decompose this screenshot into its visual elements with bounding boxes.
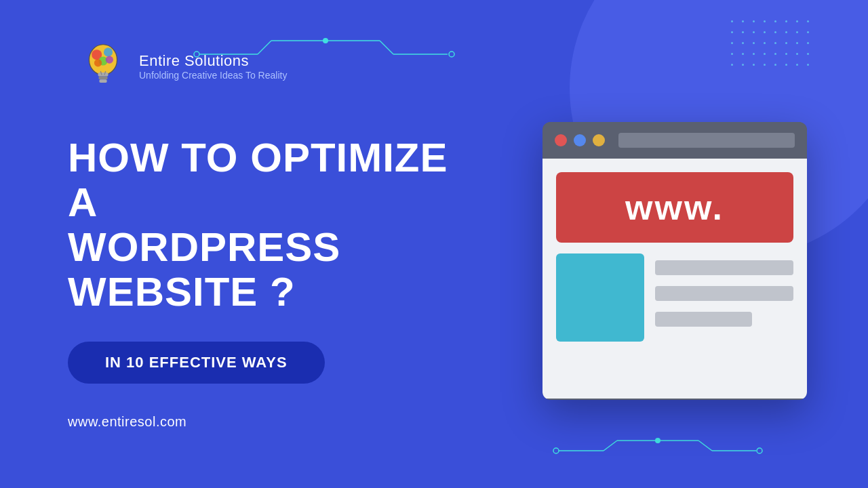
- browser-window: www.: [542, 122, 807, 400]
- browser-dot-blue: [574, 134, 586, 146]
- cta-button[interactable]: IN 10 EFFECTIVE WAYS: [68, 342, 325, 384]
- browser-addressbar: [618, 133, 795, 148]
- cta-label: IN 10 EFFECTIVE WAYS: [105, 354, 288, 371]
- browser-illustration: www.: [542, 122, 807, 400]
- browser-image-placeholder: [556, 253, 644, 342]
- browser-dot-yellow: [593, 134, 605, 146]
- dot-grid-decoration: [731, 20, 814, 70]
- heading-line2: WORDPRESS: [68, 224, 340, 270]
- heading-line1: HOW TO OPTIMIZE A: [68, 135, 448, 225]
- browser-line-1: [655, 260, 793, 275]
- svg-point-7: [323, 38, 328, 43]
- svg-line-12: [698, 441, 712, 451]
- page-wrapper: Entire Solutions Unfolding Creative Idea…: [0, 0, 868, 488]
- brand-name: Entire Solutions: [139, 52, 287, 70]
- svg-point-14: [757, 448, 762, 453]
- svg-point-18: [104, 47, 113, 56]
- circuit-decoration-bottom: [549, 437, 766, 464]
- svg-rect-24: [98, 77, 107, 80]
- svg-point-6: [449, 52, 454, 57]
- browser-content: www.: [542, 159, 807, 399]
- www-banner: www.: [556, 172, 793, 243]
- svg-point-21: [106, 56, 113, 64]
- svg-rect-23: [98, 73, 108, 77]
- website-url: www.entiresol.com: [68, 414, 475, 430]
- logo-icon: [81, 41, 125, 92]
- left-content: HOW TO OPTIMIZE A WORDPRESS WEBSITE ? IN…: [68, 136, 475, 430]
- svg-line-10: [604, 441, 617, 451]
- browser-lines: [655, 253, 793, 385]
- browser-line-2: [655, 286, 793, 301]
- logo-text: Entire Solutions Unfolding Creative Idea…: [139, 52, 287, 81]
- header: Entire Solutions Unfolding Creative Idea…: [81, 41, 287, 92]
- browser-dot-red: [555, 134, 567, 146]
- svg-rect-25: [99, 79, 106, 83]
- svg-point-20: [94, 59, 102, 66]
- svg-point-8: [553, 448, 559, 453]
- main-heading: HOW TO OPTIMIZE A WORDPRESS WEBSITE ?: [68, 136, 475, 314]
- browser-body: [556, 253, 793, 385]
- svg-point-15: [655, 438, 660, 443]
- browser-line-3: [655, 312, 752, 327]
- heading-line3: WEBSITE ?: [68, 269, 296, 314]
- www-text: www.: [625, 187, 724, 228]
- svg-line-4: [380, 41, 393, 54]
- browser-titlebar: [542, 122, 807, 159]
- tagline: Unfolding Creative Ideas To Reality: [139, 70, 287, 81]
